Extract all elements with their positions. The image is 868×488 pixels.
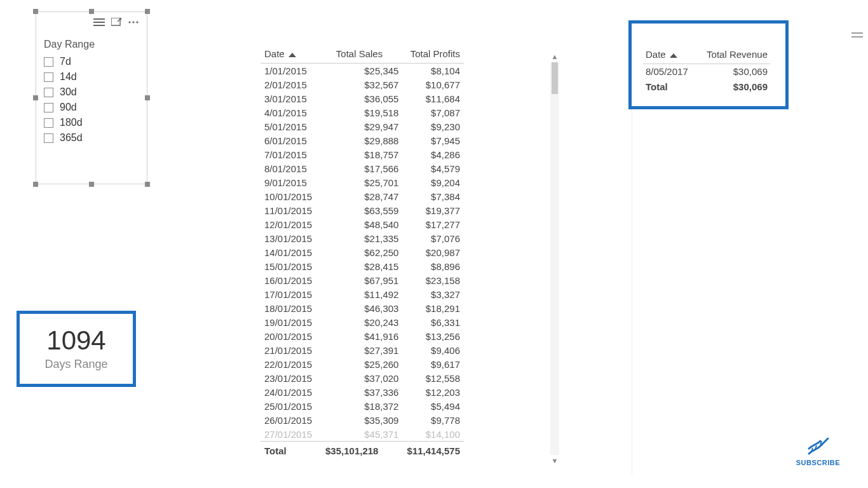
cell-sales: $35,309 bbox=[341, 413, 403, 427]
cell-profits: $9,406 bbox=[402, 343, 464, 357]
col-date[interactable]: Date bbox=[261, 46, 313, 64]
cell-date: 15/01/2015 bbox=[261, 259, 341, 273]
table-row[interactable]: 25/01/2015$18,372$5,494 bbox=[261, 399, 464, 413]
cell-sales: $21,335 bbox=[341, 231, 403, 245]
resize-handle[interactable] bbox=[89, 182, 94, 187]
cell-date: 1/01/2015 bbox=[261, 64, 341, 78]
col-sales[interactable]: Total Sales bbox=[313, 46, 386, 64]
table-row[interactable]: 8/01/2015$17,566$4,579 bbox=[261, 161, 464, 175]
slicer-option[interactable]: 30d bbox=[44, 85, 139, 100]
total-label: Total bbox=[643, 79, 696, 94]
subscribe-badge[interactable]: SUBSCRIBE bbox=[796, 436, 840, 466]
checkbox-icon[interactable] bbox=[44, 133, 53, 143]
table-row[interactable]: 1/01/2015$25,345$8,104 bbox=[261, 64, 464, 78]
cell-sales: $18,757 bbox=[341, 147, 403, 161]
cell-sales: $25,260 bbox=[341, 357, 403, 371]
subscribe-label: SUBSCRIBE bbox=[796, 459, 840, 466]
slicer-option[interactable]: 90d bbox=[44, 100, 139, 115]
table-row[interactable]: 8/05/2017$30,069 bbox=[643, 64, 770, 79]
col-profits[interactable]: Total Profits bbox=[386, 46, 464, 64]
scroll-thumb[interactable] bbox=[552, 62, 558, 94]
slicer-option[interactable]: 180d bbox=[44, 115, 139, 130]
table-row[interactable]: 7/01/2015$18,757$4,286 bbox=[261, 147, 464, 161]
table-row[interactable]: 17/01/2015$11,492$3,327 bbox=[261, 287, 464, 301]
table-row[interactable]: 27/01/2015$45,371$14,100 bbox=[261, 427, 464, 441]
table-row[interactable]: 20/01/2015$41,916$13,256 bbox=[261, 329, 464, 343]
resize-handle[interactable] bbox=[33, 182, 38, 187]
cell-date: 21/01/2015 bbox=[261, 343, 341, 357]
table-row[interactable]: 11/01/2015$63,559$19,377 bbox=[261, 203, 464, 217]
total-profits: $11,414,575 bbox=[382, 442, 464, 458]
cell-sales: $25,701 bbox=[341, 175, 403, 189]
table-row[interactable]: 4/01/2015$19,518$7,087 bbox=[261, 105, 464, 119]
card-label: Days Range bbox=[44, 358, 107, 371]
cell-date: 14/01/2015 bbox=[261, 245, 341, 259]
cell-sales: $11,492 bbox=[341, 287, 403, 301]
resize-handle[interactable] bbox=[33, 95, 38, 100]
table-row[interactable]: 22/01/2015$25,260$9,617 bbox=[261, 357, 464, 371]
table-row[interactable]: 3/01/2015$36,055$11,684 bbox=[261, 92, 464, 105]
table-row[interactable]: 15/01/2015$28,415$8,896 bbox=[261, 259, 464, 273]
table-row[interactable]: 2/01/2015$32,567$10,677 bbox=[261, 78, 464, 92]
cell-sales: $41,916 bbox=[341, 329, 403, 343]
resize-handle[interactable] bbox=[145, 182, 150, 187]
checkbox-icon[interactable] bbox=[44, 57, 53, 67]
scroll-up-icon[interactable]: ▲ bbox=[550, 52, 559, 61]
checkbox-icon[interactable] bbox=[44, 72, 53, 82]
checkbox-icon[interactable] bbox=[44, 103, 53, 112]
table-row[interactable]: 6/01/2015$29,888$7,945 bbox=[261, 133, 464, 147]
table-row[interactable]: 10/01/2015$28,747$7,384 bbox=[261, 189, 464, 203]
table-row[interactable]: 18/01/2015$46,303$18,291 bbox=[261, 301, 464, 315]
cell-profits: $8,896 bbox=[402, 259, 464, 273]
revenue-panel[interactable]: Date Total Revenue 8/05/2017$30,069Total… bbox=[632, 22, 867, 475]
table-row[interactable]: 13/01/2015$21,335$7,076 bbox=[261, 231, 464, 245]
cell-profits: $12,203 bbox=[402, 385, 464, 399]
scroll-down-icon[interactable]: ▼ bbox=[550, 456, 559, 465]
checkbox-icon[interactable] bbox=[44, 88, 53, 97]
cell-profits: $18,291 bbox=[402, 301, 464, 315]
cell-sales: $20,243 bbox=[341, 315, 403, 329]
rev-col-revenue[interactable]: Total Revenue bbox=[696, 46, 770, 64]
scroll-track[interactable] bbox=[550, 62, 559, 455]
col-date-label: Date bbox=[264, 48, 285, 59]
cell-date: 4/01/2015 bbox=[261, 105, 341, 119]
table-row[interactable]: 19/01/2015$20,243$6,331 bbox=[261, 315, 464, 329]
table-row[interactable]: 26/01/2015$35,309$9,778 bbox=[261, 413, 464, 427]
cell-sales: $27,391 bbox=[341, 343, 403, 357]
drag-handle-icon[interactable] bbox=[851, 29, 863, 41]
days-range-card[interactable]: 1094 Days Range bbox=[17, 311, 136, 387]
checkbox-icon[interactable] bbox=[44, 118, 53, 128]
cell-sales: $62,250 bbox=[341, 245, 403, 259]
more-options-icon[interactable] bbox=[128, 20, 139, 24]
day-range-slicer[interactable]: Day Range 7d14d30d90d180d365d bbox=[36, 11, 147, 184]
rev-col-date-label: Date bbox=[646, 49, 666, 60]
resize-handle[interactable] bbox=[145, 95, 150, 100]
slicer-option[interactable]: 365d bbox=[44, 130, 139, 146]
sort-asc-icon bbox=[670, 53, 677, 58]
sales-profits-table[interactable]: Date Total Sales Total Profits 1/01/2015… bbox=[261, 46, 559, 478]
table-row[interactable]: 9/01/2015$25,701$9,204 bbox=[261, 175, 464, 189]
table-row[interactable]: 21/01/2015$27,391$9,406 bbox=[261, 343, 464, 357]
vertical-scrollbar[interactable]: ▲ ▼ bbox=[550, 52, 559, 465]
table-row[interactable]: 5/01/2015$29,947$9,230 bbox=[261, 119, 464, 133]
table-row[interactable]: 14/01/2015$62,250$20,987 bbox=[261, 245, 464, 259]
table-row[interactable]: 24/01/2015$37,336$12,203 bbox=[261, 385, 464, 399]
total-revenue: $30,069 bbox=[696, 79, 770, 94]
cell-profits: $4,286 bbox=[402, 147, 464, 161]
cell-date: 2/01/2015 bbox=[261, 78, 341, 92]
cell-date: 5/01/2015 bbox=[261, 119, 341, 133]
revenue-table[interactable]: Date Total Revenue 8/05/2017$30,069Total… bbox=[643, 46, 770, 94]
menu-icon[interactable] bbox=[93, 18, 105, 26]
cell-date: 12/01/2015 bbox=[261, 217, 341, 231]
slicer-option[interactable]: 7d bbox=[44, 54, 139, 69]
rev-col-date[interactable]: Date bbox=[643, 46, 696, 64]
cell-profits: $7,384 bbox=[402, 189, 464, 203]
cell-sales: $29,947 bbox=[341, 119, 403, 133]
cell-profits: $9,617 bbox=[402, 357, 464, 371]
table-row[interactable]: 12/01/2015$48,540$17,277 bbox=[261, 217, 464, 231]
focus-mode-icon[interactable] bbox=[111, 18, 121, 27]
cell-profits: $20,987 bbox=[402, 245, 464, 259]
slicer-option[interactable]: 14d bbox=[44, 69, 139, 85]
table-row[interactable]: 23/01/2015$37,020$12,558 bbox=[261, 371, 464, 385]
table-row[interactable]: 16/01/2015$67,951$23,158 bbox=[261, 273, 464, 287]
